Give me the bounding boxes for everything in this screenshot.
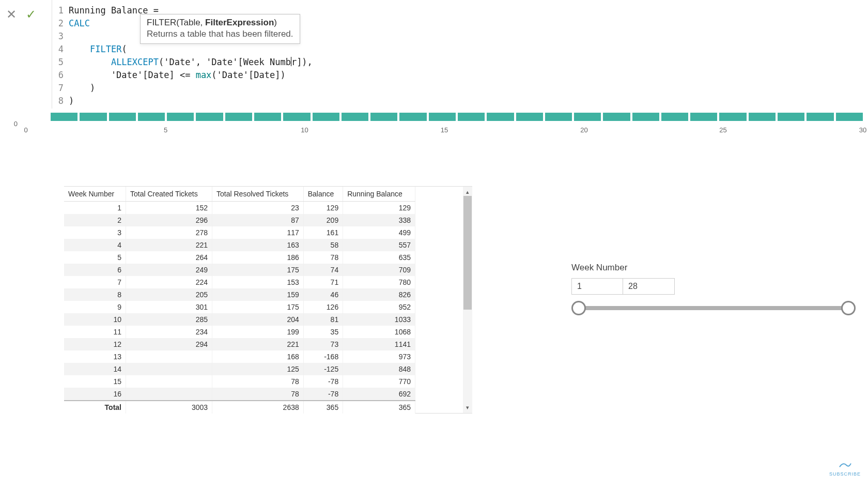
slicer-track[interactable] [579, 306, 848, 310]
chart-bar[interactable] [749, 113, 776, 121]
subscribe-watermark: SUBSCRIBE [829, 460, 861, 477]
chart-bar[interactable] [516, 113, 543, 121]
table-row[interactable]: 12294221731141 [64, 338, 415, 350]
table-row[interactable]: 115223129129 [64, 202, 415, 215]
table-row[interactable]: 3278117161499 [64, 226, 415, 239]
chart-bar[interactable] [196, 113, 223, 121]
col-resolved-tickets[interactable]: Total Resolved Tickets [212, 187, 304, 202]
chart-bar[interactable] [254, 113, 281, 121]
col-week-number[interactable]: Week Number [64, 187, 126, 202]
table-row[interactable]: 820515946826 [64, 288, 415, 301]
y-tick-0: 0 [14, 120, 18, 128]
table-row[interactable]: 11234199351068 [64, 326, 415, 338]
chart-bar[interactable] [109, 113, 136, 121]
x-tick: 30 [859, 126, 866, 134]
chart-bar[interactable] [342, 113, 368, 121]
col-created-tickets[interactable]: Total Created Tickets [126, 187, 212, 202]
table-row[interactable]: 1578-78770 [64, 375, 415, 388]
chart-bar[interactable] [632, 113, 659, 121]
x-tick: 15 [441, 126, 448, 134]
x-tick: 0 [24, 126, 27, 134]
col-balance[interactable]: Balance [303, 187, 343, 202]
formula-bar: ✕ ✓ 1 2 3 4 5 6 7 8 Running Balance = CA… [0, 0, 868, 109]
scroll-down-icon[interactable]: ▾ [466, 402, 469, 413]
chart-bar[interactable] [283, 113, 310, 121]
chart-bar[interactable] [167, 113, 194, 121]
intellisense-tooltip: FILTER(Table, FilterExpression) Returns … [140, 14, 300, 44]
table-row[interactable]: 722415371780 [64, 276, 415, 288]
slicer-title: Week Number [571, 263, 856, 273]
col-running-balance[interactable]: Running Balance [343, 187, 415, 202]
line-numbers: 1 2 3 4 5 6 7 8 [52, 4, 67, 108]
table-row[interactable]: 9301175126952 [64, 301, 415, 313]
text-cursor [291, 57, 291, 66]
chart-bar[interactable] [429, 113, 456, 121]
chart-bar[interactable] [458, 113, 485, 121]
chart-bar[interactable] [836, 113, 863, 121]
chart-bar[interactable] [225, 113, 252, 121]
cancel-icon[interactable]: ✕ [6, 7, 17, 22]
chart-bar[interactable] [313, 113, 339, 121]
chart-x-axis: 051015202530 [26, 126, 863, 136]
chart-bar[interactable] [399, 113, 426, 121]
chart-bar[interactable] [807, 113, 833, 121]
bar-chart[interactable] [51, 113, 863, 123]
slicer-max-input[interactable] [623, 278, 675, 295]
table-row[interactable]: 14125-125848 [64, 363, 415, 375]
subscribe-icon [838, 460, 852, 470]
chart-bar[interactable] [603, 113, 630, 121]
chart-bar[interactable] [690, 113, 717, 121]
table-row[interactable]: 229687209338 [64, 214, 415, 226]
table-row[interactable]: 624917574709 [64, 264, 415, 276]
x-tick: 25 [719, 126, 726, 134]
chart-bar[interactable] [487, 113, 514, 121]
data-table[interactable]: Week Number Total Created Tickets Total … [64, 187, 415, 414]
x-tick: 5 [164, 126, 167, 134]
chart-bar[interactable] [138, 113, 165, 121]
chart-bar[interactable] [545, 113, 572, 121]
formula-editor[interactable]: 1 2 3 4 5 6 7 8 Running Balance = CALC F… [52, 0, 320, 109]
chart-bar[interactable] [574, 113, 601, 121]
data-table-visual[interactable]: Week Number Total Created Tickets Total … [64, 186, 472, 414]
slicer-min-input[interactable] [571, 278, 623, 295]
formula-controls: ✕ ✓ [0, 0, 52, 109]
chart-bar[interactable] [80, 113, 106, 121]
table-scrollbar[interactable]: ▴ ▾ [463, 187, 472, 413]
x-tick: 20 [580, 126, 587, 134]
table-row[interactable]: 10285204811033 [64, 313, 415, 326]
table-row[interactable]: 422116358557 [64, 239, 415, 251]
chart-bar[interactable] [778, 113, 804, 121]
chart-bar[interactable] [719, 113, 746, 121]
scroll-thumb[interactable] [463, 196, 472, 310]
table-row[interactable]: 526418678635 [64, 251, 415, 264]
table-header-row[interactable]: Week Number Total Created Tickets Total … [64, 187, 415, 202]
slicer-handle-right[interactable] [841, 301, 856, 315]
chart-bar[interactable] [661, 113, 688, 121]
table-row[interactable]: 13168-168973 [64, 350, 415, 363]
commit-icon[interactable]: ✓ [26, 7, 36, 22]
week-number-slicer[interactable]: Week Number [571, 263, 856, 310]
chart-bar[interactable] [370, 113, 397, 121]
table-row[interactable]: 1678-78692 [64, 388, 415, 401]
x-tick: 10 [301, 126, 308, 134]
chart-bar[interactable] [51, 113, 78, 121]
slicer-handle-left[interactable] [571, 301, 586, 315]
table-total-row: Total 3003 2638 365 365 [64, 401, 415, 414]
